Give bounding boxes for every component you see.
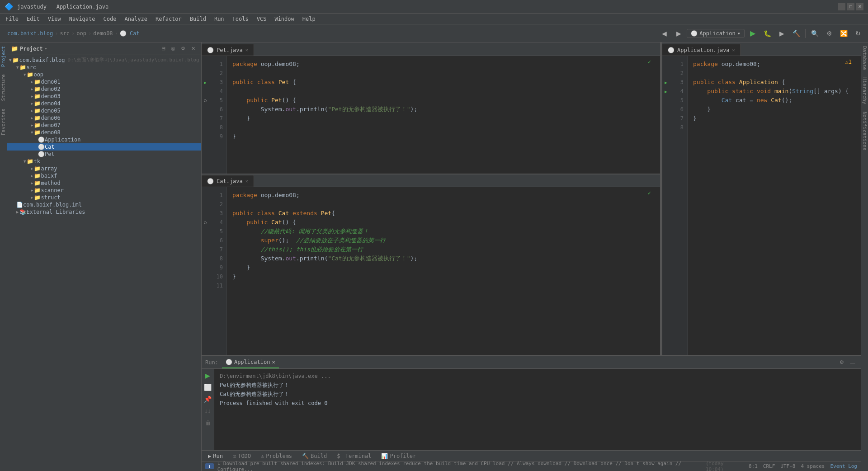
menu-window[interactable]: Window	[271, 15, 297, 23]
struct-label: struct	[41, 194, 60, 201]
cat-tab[interactable]: ⚪ Cat.java ✕	[202, 175, 254, 187]
run-tab-close[interactable]: ✕	[272, 359, 275, 365]
run-bottom-tab[interactable]: ▶ Run	[203, 452, 227, 460]
app-run-gutter[interactable]: ▶	[665, 80, 667, 85]
menu-view[interactable]: View	[44, 15, 65, 23]
status-position[interactable]: 8:1	[749, 463, 758, 469]
application-tab[interactable]: ⚪ Application.java ✕	[662, 44, 741, 56]
hierarchy-sidebar-tab[interactable]: Hierarchy	[861, 74, 868, 108]
tree-external[interactable]: ▶ 📚 External Libraries	[7, 208, 201, 216]
app-code[interactable]: package oop.demo08; public class Applica…	[688, 56, 861, 355]
menu-run[interactable]: Run	[211, 15, 228, 23]
clear-button[interactable]: 🗑	[203, 418, 213, 428]
menu-refactor[interactable]: Refactor	[152, 15, 185, 23]
cat-code[interactable]: package oop.demo08; public class Cat ext…	[227, 187, 660, 355]
structure-tool-tab[interactable]: Structure	[0, 71, 7, 105]
demo05-label: demo05	[41, 108, 60, 114]
build-button[interactable]: 🔨	[790, 27, 802, 40]
search-everywhere-button[interactable]: 🔍	[808, 27, 821, 40]
status-crlf[interactable]: CRLF	[763, 463, 775, 469]
minimize-button[interactable]: —	[838, 3, 845, 10]
tree-scanner[interactable]: ▶ 📁 scanner	[7, 187, 201, 194]
locate-button[interactable]: ◎	[169, 44, 178, 53]
tree-struct[interactable]: ▶ 📁 struct	[7, 194, 201, 201]
status-event-log[interactable]: Event Log	[830, 463, 857, 469]
forward-button[interactable]: ▶	[672, 27, 685, 40]
todo-bottom-tab[interactable]: ☑ TODO	[228, 452, 255, 460]
tree-pet[interactable]: ⚪ Pet	[7, 151, 201, 158]
build-bottom-tab[interactable]: 🔨 Build	[297, 452, 331, 460]
collapse-all-button[interactable]: ⊟	[159, 44, 168, 53]
maximize-button[interactable]: □	[847, 3, 854, 10]
app-logo-icon: 🔷	[5, 2, 14, 11]
status-right: 8:1 CRLF UTF-8 4 spaces Event Log	[749, 463, 857, 469]
menu-help[interactable]: Help	[299, 15, 319, 23]
tree-iml[interactable]: 📄 com.baixf.blog.iml	[7, 201, 201, 208]
application-tab-label: Application.java	[677, 47, 730, 53]
tree-demo01[interactable]: ▶ 📁 demo01	[7, 78, 201, 85]
rerun-button[interactable]: ▶	[203, 371, 213, 381]
pet-code[interactable]: package oop.demo08; public class Pet { p…	[227, 56, 660, 174]
tree-src[interactable]: ▼ 📁 src	[7, 64, 201, 71]
menu-analyze[interactable]: Analyze	[121, 15, 151, 23]
menu-vcs[interactable]: VCS	[253, 15, 270, 23]
pet-java-icon: ⚪	[38, 151, 45, 157]
update-button[interactable]: ↻	[852, 27, 864, 40]
coverage-button[interactable]: ▶	[775, 27, 788, 40]
pet-tab[interactable]: ⚪ Pet.java ✕	[202, 44, 254, 56]
status-charset[interactable]: UTF-8	[780, 463, 795, 469]
problems-bottom-tab[interactable]: ⚠ Problems	[256, 452, 297, 460]
tree-root[interactable]: ▼ 📁 com.baixf.blog D:\桌面\寒假学习\Java\javas…	[7, 56, 201, 64]
tree-demo04[interactable]: ▶ 📁 demo04	[7, 100, 201, 107]
app-tab-close[interactable]: ✕	[732, 47, 735, 52]
close-button[interactable]: ✕	[856, 3, 863, 10]
tree-demo07[interactable]: ▶ 📁 demo07	[7, 122, 201, 129]
profiler-bottom-tab[interactable]: 📊 Profiler	[377, 452, 420, 460]
menu-edit[interactable]: Edit	[23, 15, 43, 23]
tree-demo08[interactable]: ▼ 📁 demo08	[7, 129, 201, 136]
favorites-tool-tab[interactable]: Favorites	[0, 105, 7, 139]
vcs-button[interactable]: 🔀	[837, 27, 850, 40]
title-bar-controls: — □ ✕	[838, 3, 863, 10]
run-application-tab[interactable]: ⚪ Application ✕	[222, 356, 279, 368]
stop-button[interactable]: ⬜	[203, 382, 213, 392]
tree-demo06[interactable]: ▶ 📁 demo06	[7, 114, 201, 122]
panel-close-button[interactable]: ✕	[189, 44, 198, 53]
run-close-button[interactable]: —	[848, 358, 857, 367]
menu-file[interactable]: File	[2, 15, 22, 23]
tree-demo02[interactable]: ▶ 📁 demo02	[7, 85, 201, 93]
panel-settings-button[interactable]: ⚙	[179, 44, 188, 53]
baixf-icon: 📁	[34, 173, 41, 179]
tree-array[interactable]: ▶ 📁 array	[7, 165, 201, 172]
pet-tab-close[interactable]: ✕	[245, 47, 248, 52]
run-gutter-icon[interactable]: ▶	[204, 80, 207, 85]
tree-application[interactable]: ⚪ Application	[7, 136, 201, 143]
debug-button[interactable]: 🐛	[761, 27, 774, 40]
run-button[interactable]: ▶	[746, 27, 759, 40]
database-sidebar-tab[interactable]: Database	[861, 42, 868, 74]
project-tool-tab[interactable]: Project	[0, 42, 7, 71]
tree-method[interactable]: ▶ 📁 method	[7, 179, 201, 187]
tree-oop[interactable]: ▼ 📁 oop	[7, 71, 201, 78]
notifications-sidebar-tab[interactable]: Notifications	[861, 108, 868, 154]
tree-demo03[interactable]: ▶ 📁 demo03	[7, 93, 201, 100]
cat-tab-close[interactable]: ✕	[245, 179, 248, 184]
breadcrumb-part-src: src	[60, 30, 70, 37]
tree-baixf[interactable]: ▶ 📁 baixf	[7, 172, 201, 179]
run-settings-button[interactable]: ⚙	[837, 358, 846, 367]
menu-tools[interactable]: Tools	[229, 15, 252, 23]
tree-demo05[interactable]: ▶ 📁 demo05	[7, 107, 201, 114]
menu-navigate[interactable]: Navigate	[66, 15, 99, 23]
run-config-selector[interactable]: ⚪ Application ▾	[687, 29, 745, 38]
run-bottom-icon: ▶	[208, 453, 211, 459]
tree-cat[interactable]: ⚪ Cat	[7, 143, 201, 151]
pin-button[interactable]: 📌	[203, 394, 213, 404]
menu-build[interactable]: Build	[186, 15, 210, 23]
settings-button[interactable]: ⚙	[823, 27, 835, 40]
scroll-end-button[interactable]: ↓↓	[203, 406, 213, 416]
tree-tk[interactable]: ▼ 📁 tk	[7, 158, 201, 165]
terminal-bottom-tab[interactable]: $_ Terminal	[332, 452, 376, 460]
menu-code[interactable]: Code	[100, 15, 120, 23]
back-button[interactable]: ◀	[658, 27, 670, 40]
status-indent[interactable]: 4 spaces	[801, 463, 825, 469]
